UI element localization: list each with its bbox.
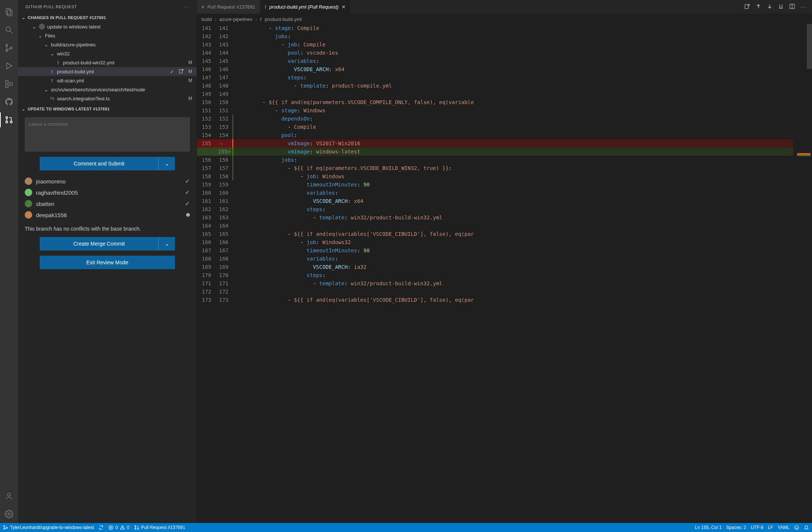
chevron-down-icon: ⌄ [37, 33, 43, 39]
code-line[interactable]: 153153 - Compile [197, 123, 812, 131]
breadcrumb-item[interactable]: build [202, 16, 212, 22]
more-icon[interactable]: ··· [800, 4, 807, 10]
file-name: sdl-scan.yml [57, 78, 84, 83]
code-line[interactable]: 156156 jobs: [197, 156, 812, 164]
tab-product-build-yml[interactable]: ! product-build.yml (Pull Request) ✕ [260, 0, 351, 14]
settings-gear-icon[interactable] [0, 505, 18, 523]
file-name: product-build-win32.yml [63, 60, 114, 66]
code-line[interactable]: 155— vmImage: VS2017-Win2016 [197, 139, 812, 148]
tab-pull-request[interactable]: ≡ Pull Request #137691 [197, 0, 260, 14]
status-spaces[interactable]: Spaces: 2 [726, 525, 746, 530]
code-line[interactable]: 160160 variables: [197, 189, 812, 197]
code-line[interactable]: 150150 - ${{ if and(eq(parameters.VSCODE… [197, 98, 812, 106]
pull-request-icon[interactable] [0, 111, 18, 129]
comment-input[interactable] [25, 117, 190, 152]
status-ln-col[interactable]: Ln 155, Col 1 [695, 525, 721, 530]
code-line[interactable]: 152152 dependsOn: [197, 115, 812, 123]
status-sync[interactable] [99, 525, 104, 530]
status-language[interactable]: YAML [778, 525, 790, 530]
open-file-icon[interactable] [744, 3, 750, 10]
status-eol[interactable]: LF [768, 525, 773, 530]
code-line[interactable]: 172172 [197, 288, 812, 296]
folder-src-node[interactable]: ⌄src/vs/workbench/services/search/test/n… [18, 85, 197, 94]
reviewer-avatar [25, 200, 32, 207]
changes-section-header[interactable]: ⌄ CHANGES IN PULL REQUEST #137691 [18, 13, 197, 22]
pr-detail-body: Comment and Submit ⌄ joaomoreno✓raghavth… [18, 113, 197, 273]
file-row[interactable]: !product-build.yml✓M [18, 67, 197, 76]
file-row[interactable]: !sdl-scan.ymlM [18, 76, 197, 85]
accounts-icon[interactable] [0, 487, 18, 505]
code-line[interactable]: 151151 - stage: Windows [197, 106, 812, 115]
arrow-up-icon[interactable] [755, 3, 761, 10]
diff-editor[interactable]: 141141 - stage: Compile142142 jobs:14314… [197, 24, 812, 523]
status-encoding[interactable]: UTF-8 [751, 525, 763, 530]
exit-review-mode-button[interactable]: Exit Review Mode [40, 256, 175, 269]
pr-detail-header[interactable]: ⌄ UPDATE TO WINDOWS LATEST #137691 [18, 104, 197, 113]
scroll-slider[interactable] [807, 24, 812, 69]
code-line[interactable]: 142142 jobs: [197, 32, 812, 40]
create-merge-commit-button[interactable]: Create Merge Commit [40, 237, 158, 250]
extensions-icon[interactable] [0, 75, 18, 93]
pr-title-row[interactable]: ⌄ update to windows latest [18, 22, 197, 31]
code-line[interactable]: 163163 - template: win32/product-build-w… [197, 213, 812, 222]
comment-submit-button[interactable]: Comment and Submit [40, 157, 158, 170]
code-line[interactable]: 145145 variables: [197, 57, 812, 65]
folder-win32[interactable]: ⌄ win32 [18, 49, 197, 58]
file-row[interactable]: TSsearch.integrationTest.tsM [18, 94, 197, 103]
github-icon[interactable] [0, 93, 18, 111]
status-problems[interactable]: 0 0 [108, 525, 129, 530]
code-line[interactable]: 171171 - template: win32/product-build-w… [197, 279, 812, 288]
code-line[interactable]: 155+ vmImage: windows-latest [197, 148, 812, 156]
code-line[interactable]: 165165 - ${{ if and(eq(variables['VSCODE… [197, 230, 812, 238]
split-editor-icon[interactable] [789, 3, 795, 10]
code-line[interactable]: 173173 - ${{ if and(eq(variables['VSCODE… [197, 296, 812, 304]
code-line[interactable]: 166166 - job: Windows32 [197, 238, 812, 246]
search-icon[interactable] [0, 21, 18, 39]
status-pr[interactable]: Pull Request #137691 [134, 525, 185, 530]
more-icon[interactable]: ··· [184, 4, 189, 9]
run-debug-icon[interactable] [0, 57, 18, 75]
explorer-icon[interactable] [0, 3, 18, 21]
code-line[interactable]: 162162 steps: [197, 205, 812, 213]
code-line[interactable]: 143143 - job: Compile [197, 40, 812, 49]
file-row[interactable]: !product-build-win32.ymlM [18, 58, 197, 67]
source-control-icon[interactable] [0, 39, 18, 57]
breadcrumb-item[interactable]: product-build.yml [265, 16, 302, 22]
comment-submit-caret[interactable]: ⌄ [158, 157, 175, 170]
code-line[interactable]: 158158 - job: Windows [197, 172, 812, 180]
code-line[interactable]: 148148 - template: product-compile.yml [197, 82, 812, 90]
minimap[interactable] [793, 24, 812, 523]
breadcrumb[interactable]: build › azure-pipelines › ! product-buil… [197, 14, 812, 24]
files-row[interactable]: ⌄ Files [18, 31, 197, 40]
status-feedback-icon[interactable] [794, 525, 799, 530]
whitespace-icon[interactable] [778, 3, 784, 10]
reviewer-row: joaomoreno✓ [25, 176, 190, 187]
code-line[interactable]: 144144 pool: vscode-1es [197, 49, 812, 57]
code-line[interactable]: 157157 - ${{ if eq(parameters.VSCODE_BUI… [197, 164, 812, 172]
code-line[interactable]: 170170 steps: [197, 271, 812, 279]
folder-build-pipelines[interactable]: ⌄ build/azure-pipelines [18, 40, 197, 49]
code-line[interactable]: 149149 [197, 90, 812, 98]
breadcrumb-item[interactable]: azure-pipelines [219, 16, 252, 22]
status-bell-icon[interactable] [804, 525, 809, 530]
chevron-down-icon: ⌄ [21, 15, 26, 20]
arrow-down-icon[interactable] [767, 3, 773, 10]
code-line[interactable]: 168168 variables: [197, 255, 812, 263]
code-line[interactable]: 167167 timeoutInMinutes: 90 [197, 246, 812, 255]
mark-viewed-icon[interactable]: ✓ [170, 69, 174, 75]
code-line[interactable]: 147147 steps: [197, 73, 812, 82]
close-icon[interactable]: ✕ [342, 4, 346, 10]
code-line[interactable]: 164164 [197, 222, 812, 230]
svg-point-2 [6, 27, 10, 31]
code-line[interactable]: 154154 pool: [197, 131, 812, 139]
code-line[interactable]: 141141 - stage: Compile [197, 24, 812, 32]
chevron-down-icon: ⌄ [49, 51, 55, 57]
code-line[interactable]: 159159 timeoutInMinutes: 90 [197, 180, 812, 189]
open-file-icon[interactable] [179, 69, 184, 75]
code-line[interactable]: 169169 VSCODE_ARCH: ia32 [197, 263, 812, 271]
status-branch[interactable]: TylerLeonhardt/upgrade-to-windows-latest [3, 525, 94, 530]
merge-caret[interactable]: ⌄ [158, 237, 175, 250]
check-icon: ✓ [185, 189, 190, 196]
code-line[interactable]: 161161 VSCODE_ARCH: x64 [197, 197, 812, 205]
code-line[interactable]: 146146 VSCODE_ARCH: x64 [197, 65, 812, 73]
